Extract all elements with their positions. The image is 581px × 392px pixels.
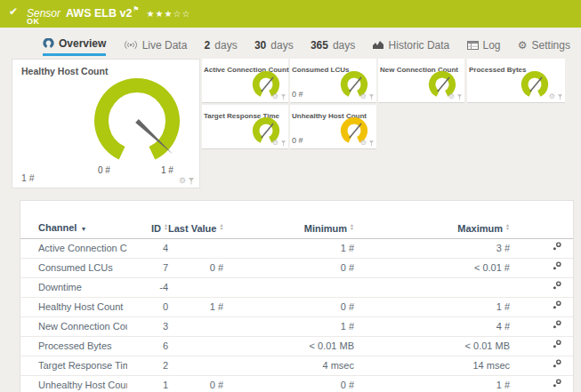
tab-2-days[interactable]: 2 days (205, 34, 238, 56)
sensor-title-line: SensorAWS ELB v2★★★☆☆ (27, 4, 190, 20)
cell-channel[interactable]: Healthy Host Count (20, 298, 127, 317)
column-header-channel[interactable]: Channel (20, 219, 127, 239)
column-header-id[interactable]: ID (127, 219, 168, 239)
mini-gauge-panel: Target Response Time (202, 105, 288, 149)
cell-id: 7 (127, 259, 168, 278)
tab-number: 2 (205, 39, 211, 52)
cell-channel[interactable]: Target Response Time (20, 356, 127, 376)
cell-max: 1 # (354, 376, 510, 392)
channel-settings-icon[interactable] (552, 260, 562, 271)
check-icon (9, 5, 18, 18)
channel-settings-icon[interactable] (552, 280, 562, 291)
pin-icon[interactable] (189, 178, 194, 185)
cell-id: 1 (127, 376, 168, 392)
cell-max: < 0.01 MB (354, 337, 510, 356)
tab-settings[interactable]: Settings (518, 34, 570, 56)
cell-last: 0 # (168, 259, 223, 278)
mini-gauge-panel: Consumed LCUs 0 # (290, 59, 376, 103)
gear-icon[interactable] (360, 93, 367, 100)
tab-label: days (333, 39, 355, 52)
channel-table: Channel ID Last Value Minimum Maximum Ac… (20, 219, 573, 392)
live-data-icon (124, 40, 138, 50)
pin-icon[interactable] (558, 94, 562, 100)
healthy-host-count-gauge (78, 71, 196, 171)
cell-last (168, 317, 223, 337)
tab-365-days[interactable]: 365 days (311, 34, 355, 56)
cell-min: 0 # (223, 259, 354, 278)
gauge-last-value: 0 # (292, 136, 303, 145)
tab-log[interactable]: Log (467, 34, 501, 56)
table-row[interactable]: Downtime-4 (20, 278, 573, 298)
cell-channel[interactable]: Processed Bytes (20, 337, 127, 356)
chart-icon (373, 40, 384, 50)
mini-gauge-panel: New Connection Count (378, 59, 464, 103)
cell-last: 0 # (168, 376, 223, 392)
cell-max: 14 msec (354, 356, 510, 376)
channel-settings-icon[interactable] (552, 241, 562, 252)
cell-channel[interactable]: Active Connection Count (20, 239, 127, 259)
tab-label: Settings (532, 39, 570, 52)
gear-icon[interactable] (448, 93, 455, 100)
sort-icon[interactable] (350, 223, 354, 230)
tab-30-days[interactable]: 30 days (254, 34, 294, 56)
column-header-last-value[interactable]: Last Value (168, 219, 223, 239)
table-row[interactable]: New Connection Count31 #4 # (20, 317, 573, 337)
status-badge: OK (27, 17, 40, 26)
gear-icon[interactable] (272, 140, 278, 147)
cell-channel[interactable]: Unhealthy Host Count (20, 376, 127, 392)
column-header-minimum[interactable]: Minimum (223, 219, 354, 239)
table-row[interactable]: Active Connection Count41 #3 # (20, 239, 573, 259)
cell-id: 3 (127, 317, 168, 337)
prtg-sensor-page: SensorAWS ELB v2★★★☆☆ OK Overview Live D… (0, 0, 581, 392)
channel-settings-icon[interactable] (552, 339, 562, 349)
channel-settings-icon[interactable] (552, 378, 562, 388)
table-row[interactable]: Unhealthy Host Count10 #0 #1 # (20, 376, 573, 392)
pin-icon[interactable] (369, 94, 374, 100)
cell-id: 6 (127, 337, 168, 356)
gear-icon[interactable] (360, 140, 367, 147)
gear-icon[interactable] (272, 93, 278, 100)
tab-number: 365 (311, 39, 328, 52)
sensor-status-bar: SensorAWS ELB v2★★★☆☆ OK (0, 0, 581, 28)
gauge-last-value: 1 # (21, 172, 35, 183)
channel-settings-icon[interactable] (552, 358, 562, 369)
cell-channel[interactable]: Downtime (20, 278, 127, 298)
cell-min: 1 # (223, 317, 354, 337)
channel-settings-icon[interactable] (552, 319, 562, 330)
column-header-maximum[interactable]: Maximum (354, 219, 510, 239)
tab-label: days (270, 39, 293, 52)
gear-icon[interactable] (549, 93, 555, 100)
pin-icon[interactable] (457, 94, 462, 100)
gear-icon (518, 39, 528, 52)
tab-label: Log (483, 39, 501, 52)
gauge-scale-min: 0 # (98, 165, 110, 175)
tab-label: Overview (59, 37, 106, 50)
sort-icon[interactable] (219, 223, 223, 230)
tab-historic-data[interactable]: Historic Data (373, 34, 450, 56)
column-header-settings (510, 219, 573, 239)
channel-table-body: Active Connection Count41 #3 #Consumed L… (20, 239, 573, 392)
pin-icon[interactable] (281, 94, 286, 100)
pin-icon[interactable] (281, 140, 286, 147)
tab-live-data[interactable]: Live Data (124, 34, 188, 56)
sort-icon[interactable] (505, 223, 510, 230)
table-row[interactable]: Healthy Host Count01 #0 #1 # (20, 298, 573, 317)
cell-max: 1 # (354, 298, 510, 317)
cell-min: 0 # (223, 376, 354, 392)
cell-channel[interactable]: New Connection Count (20, 317, 127, 337)
table-row[interactable]: Target Response Time24 msec14 msec (20, 356, 573, 376)
cell-last (168, 239, 223, 259)
priority-flag-icon[interactable] (133, 5, 139, 13)
mini-gauge (518, 70, 552, 100)
gear-icon[interactable] (179, 177, 186, 185)
tab-overview[interactable]: Overview (43, 34, 106, 56)
tab-bar: Overview Live Data 2 days 30 days 365 da… (0, 34, 581, 56)
cell-max: 4 # (354, 317, 510, 337)
priority-stars[interactable]: ★★★☆☆ (147, 9, 191, 19)
table-row[interactable]: Consumed LCUs70 #0 #< 0.01 # (20, 259, 573, 278)
cell-max: < 0.01 # (354, 259, 510, 278)
channel-settings-icon[interactable] (552, 300, 562, 310)
table-row[interactable]: Processed Bytes6< 0.01 MB< 0.01 MB (20, 337, 573, 356)
cell-channel[interactable]: Consumed LCUs (20, 259, 127, 278)
pin-icon[interactable] (369, 140, 374, 147)
